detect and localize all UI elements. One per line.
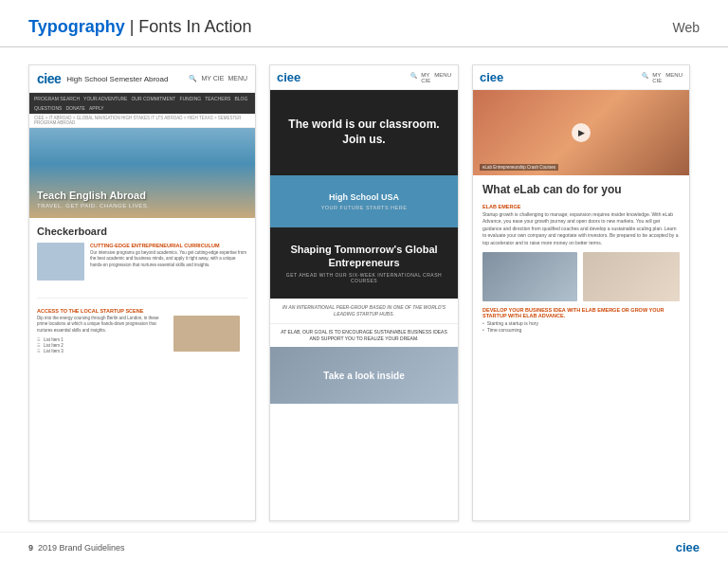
- card2-shaping-title: Shaping Tommorrow's Global Entrepreneurs: [278, 243, 450, 270]
- card2-header: ciee 🔍 MYCIE MENU: [270, 65, 458, 90]
- card3-bottom-list: Starting a startup is hory Time consumin…: [482, 320, 680, 333]
- card1-section1-title: Checkerboard: [37, 226, 247, 237]
- card2-section-goal: AT ELAB, OUR GOAL IS TO ENCOURAGE SUSTAI…: [270, 324, 458, 347]
- card3-main-title: What eLab can do for you: [482, 183, 680, 198]
- nav-questions[interactable]: QUESTIONS: [34, 105, 62, 111]
- card1-checkerboard-row: CUTTING-EDGE ENTREPRENEURIAL CURRICULUM …: [37, 243, 247, 281]
- card3-image1: [482, 252, 577, 301]
- page-title: Typography | Fonts In Action: [28, 17, 251, 37]
- card2-section-lookinside: Take a look inside: [270, 347, 458, 404]
- card2-lookinside-text: Take a look inside: [323, 371, 404, 381]
- list-item: Starting a startup is hory: [482, 320, 680, 326]
- card1-image1: [37, 243, 84, 281]
- card2-classroom-text: The world is our classroom. Join us.: [278, 118, 450, 147]
- nav-your-adventure[interactable]: YOUR ADVENTURE: [83, 96, 127, 101]
- page-header: Typography | Fonts In Action Web: [0, 0, 728, 47]
- nav-donate[interactable]: DONATE: [65, 105, 84, 111]
- card2-peergroup-text: IN AN INTERNATIONAL PEER-GROUP BASED IN …: [278, 304, 450, 317]
- card1-divider: [37, 298, 247, 299]
- menu-label: MENU: [228, 75, 247, 82]
- footer-text: 9 2019 Brand Guidelines: [28, 543, 125, 553]
- card2-section-classroom: The world is our classroom. Join us.: [270, 90, 458, 175]
- card2-section-highschool: High School USA YOUR FUTURE STARTS HERE: [270, 175, 458, 227]
- card1-header: ciee High School Semester Abroad 🔍 MY CI…: [29, 65, 255, 93]
- menu-label: MENU: [665, 72, 682, 83]
- nav-blog[interactable]: BLOG: [234, 96, 247, 101]
- nav-apply[interactable]: APPLY: [89, 105, 104, 111]
- card-elab: ciee 🔍 MYCIE MENU ▶ eLab Entrepreneurshi…: [472, 64, 690, 521]
- card2-goal-text: AT ELAB, OUR GOAL IS TO ENCOURAGE SUSTAI…: [278, 329, 450, 342]
- card2-section-shaping: Shaping Tommorrow's Global Entrepreneurs…: [270, 227, 458, 299]
- card2-header-right: 🔍 MYCIE MENU: [410, 72, 451, 83]
- nav-program-search[interactable]: PROGRAM SEARCH: [34, 96, 80, 101]
- nav-teachers[interactable]: TEACHERS: [205, 96, 230, 101]
- card1-section-body1: Our intensive programs go beyond academi…: [90, 250, 247, 268]
- my-cie-label: MY CIE: [201, 75, 224, 82]
- card3-hero-label: eLab Entrepreneurship Crash Courses: [480, 164, 558, 171]
- play-button-icon[interactable]: ▶: [572, 123, 591, 142]
- card1-hero-subtitle: TRAVEL. GET PAID. CHANGE LIVES.: [37, 203, 150, 208]
- card1-section2-label: ACCESS TO THE LOCAL STARTUP SCENE: [37, 308, 247, 314]
- nav-funding[interactable]: FUNDING: [179, 96, 201, 101]
- footer-page-number: 9: [28, 543, 33, 553]
- title-separator: |: [125, 17, 139, 36]
- main-content: ciee High School Semester Abroad 🔍 MY CI…: [0, 47, 728, 531]
- menu-label: MENU: [434, 72, 451, 83]
- card3-header-right: 🔍 MYCIE MENU: [642, 72, 682, 83]
- card1-header-icons: 🔍 MY CIE MENU: [189, 75, 247, 82]
- card3-hero-image: ▶ eLab Entrepreneurship Crash Courses: [473, 90, 689, 175]
- card1-logo: ciee: [37, 71, 61, 86]
- card2-lookinside-overlay: Take a look inside: [270, 347, 458, 404]
- card1-section2: ACCESS TO THE LOCAL STARTUP SCENE Dip in…: [29, 302, 255, 360]
- card3-label1: ELAB EMERGE: [482, 204, 680, 209]
- card2-shaping-sub: GET AHEAD WITH OUR SIX-WEEK INTERNATIONA…: [278, 272, 450, 283]
- footer-label: 2019 Brand Guidelines: [38, 543, 125, 553]
- search-icon[interactable]: 🔍: [189, 75, 197, 82]
- card1-hero: Teach English Abroad TRAVEL. GET PAID. C…: [29, 128, 255, 218]
- search-icon[interactable]: 🔍: [642, 72, 648, 83]
- card3-bottom-label: DEVELOP YOUR BUSINESS IDEA WITH ELAB EME…: [482, 307, 680, 318]
- card3-header: ciee 🔍 MYCIE MENU: [473, 65, 689, 90]
- card1-breadcrumb: CIEE > IT ABROAD > GLOBAL NAVIGATION HIG…: [29, 114, 255, 128]
- nav-commitment[interactable]: OUR COMMITMENT: [131, 96, 175, 101]
- card-checkerboard: ciee High School Semester Abroad 🔍 MY CI…: [28, 64, 256, 521]
- list-item: Time consuming: [482, 327, 680, 333]
- card1-nav: PROGRAM SEARCH YOUR ADVENTURE OUR COMMIT…: [29, 93, 255, 114]
- search-icon[interactable]: 🔍: [410, 72, 417, 83]
- card2-highschool-sub: YOUR FUTURE STARTS HERE: [321, 205, 408, 210]
- title-typography: Typography: [28, 17, 125, 36]
- my-cie-label: MYCIE: [421, 72, 430, 83]
- card2-logo: ciee: [277, 70, 300, 84]
- card3-image2: [583, 252, 680, 301]
- card-classroom: ciee 🔍 MYCIE MENU The world is our class…: [269, 64, 459, 521]
- header-label-right: Web: [672, 20, 700, 35]
- card1-hero-overlay: Teach English Abroad TRAVEL. GET PAID. C…: [37, 190, 150, 208]
- title-rest: Fonts In Action: [138, 17, 251, 36]
- list-item: List Item 1: [37, 337, 170, 342]
- footer-logo: ciee: [676, 540, 700, 554]
- card3-body1: Startup growth is challenging to manage;…: [482, 211, 680, 247]
- card3-main: What eLab can do for you ELAB EMERGE Sta…: [473, 175, 689, 341]
- card1-section-label1: CUTTING-EDGE ENTREPRENEURIAL CURRICULUM: [90, 243, 247, 248]
- card1-image2: [173, 316, 240, 352]
- card1-header-title: High School Semester Abroad: [66, 75, 183, 83]
- my-cie-label: MYCIE: [652, 72, 662, 83]
- card3-image-row: [482, 252, 680, 301]
- list-item: List Item 2: [37, 343, 170, 348]
- card3-logo: ciee: [480, 70, 503, 84]
- list-item: List Item 3: [37, 349, 170, 354]
- card1-hero-title: Teach English Abroad: [37, 190, 150, 201]
- card2-section-peergrouptext: IN AN INTERNATIONAL PEER-GROUP BASED IN …: [270, 299, 458, 324]
- page-footer: 9 2019 Brand Guidelines ciee: [0, 532, 728, 562]
- card1-section1: Checkerboard CUTTING-EDGE ENTREPRENEURIA…: [29, 218, 255, 294]
- card2-highschool-title: High School USA: [321, 192, 408, 204]
- card1-text-block1: CUTTING-EDGE ENTREPRENEURIAL CURRICULUM …: [90, 243, 247, 281]
